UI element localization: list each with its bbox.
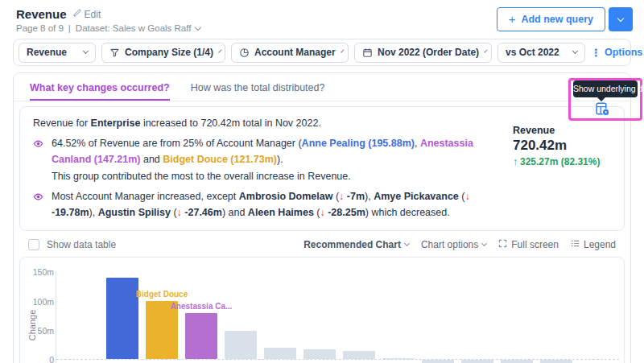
- calendar-icon: [362, 47, 373, 58]
- insight-text-block: Revenue for Enterprise increased to 720.…: [20, 107, 505, 230]
- edit-label: Edit: [85, 9, 101, 20]
- add-new-query-label: Add new query: [521, 14, 593, 25]
- chart-toolbar: Show data table Recommended Chart Chart …: [22, 234, 622, 254]
- page-indicator: Page 8 of 9: [16, 23, 64, 33]
- query-pill[interactable]: Account Manager: [231, 43, 349, 63]
- add-new-query-button[interactable]: + Add new query: [497, 7, 605, 31]
- query-pill-label: Company Size (1/4): [125, 47, 213, 58]
- page-header: Revenue Edit Page 8 of 9 | Dataset: Sale…: [0, 0, 644, 33]
- chevron-down-icon: [83, 48, 89, 54]
- show-data-table-label: Show data table: [47, 239, 116, 250]
- tab-bar: What key changes occurred? How was the t…: [14, 73, 630, 101]
- insight-bullet-text: Most Account Manager increased, except A…: [52, 188, 497, 221]
- chart-bar[interactable]: [422, 360, 454, 363]
- chart-bar[interactable]: [225, 331, 257, 359]
- insight-summary: Revenue for Enterprise increased to 720.…: [33, 115, 497, 131]
- chevron-down-icon: [481, 241, 487, 246]
- tab-key-changes[interactable]: What key changes occurred?: [30, 73, 170, 101]
- plus-icon: +: [509, 12, 516, 26]
- chevron-down-icon: [572, 48, 578, 54]
- kpi-panel: Revenue 720.42m ↑ 325.27m (82.31%): [505, 107, 624, 230]
- recommended-chart-dropdown[interactable]: Recommended Chart: [303, 239, 409, 250]
- chart-bar[interactable]: [303, 349, 336, 359]
- chart-options-dropdown[interactable]: Chart options: [421, 239, 486, 250]
- full-screen-button[interactable]: Full screen: [498, 239, 559, 250]
- page-title: Revenue: [16, 7, 67, 21]
- insight-panel: What key changes occurred? How was the t…: [13, 72, 631, 363]
- pie-icon: [239, 47, 250, 58]
- eye-icon: [33, 135, 43, 184]
- query-pill[interactable]: Revenue: [19, 43, 96, 63]
- chevron-down-icon: [195, 23, 201, 30]
- show-underlying-data-button[interactable]: [593, 102, 611, 118]
- chevron-down-icon: [484, 49, 487, 52]
- chart-bar[interactable]: [264, 348, 296, 360]
- tab-total-distributed[interactable]: How was the total distributed?: [191, 73, 325, 101]
- zero-gridline: [56, 359, 619, 360]
- chart-card: Change 150m100m50m0-50m Bidget DouceAnes…: [19, 257, 625, 363]
- kpi-change-value: 325.27m (82.31%): [520, 156, 600, 167]
- add-query-dropdown-button[interactable]: [609, 7, 633, 31]
- full-screen-icon: [498, 239, 507, 250]
- show-data-table-checkbox[interactable]: [28, 239, 39, 250]
- y-axis-tick: 0: [20, 355, 54, 363]
- kebab-menu-icon: ⋮: [591, 47, 601, 58]
- y-axis-tick: 150m: [20, 267, 54, 277]
- up-arrow-icon: ↑: [513, 156, 518, 167]
- header-left: Revenue Edit Page 8 of 9 | Dataset: Sale…: [16, 7, 200, 33]
- kpi-change: ↑ 325.27m (82.31%): [513, 156, 617, 167]
- dataset-selector[interactable]: Dataset: Sales w Goals Raff: [76, 23, 201, 33]
- pencil-icon: [72, 8, 82, 20]
- insight-bullet: 64.52% of Revenue are from 25% of Accoun…: [33, 135, 497, 184]
- insight-card: Revenue for Enterprise increased to 720.…: [19, 106, 625, 231]
- kpi-title: Revenue: [513, 125, 617, 136]
- chart-bar[interactable]: [382, 358, 415, 360]
- kpi-value: 720.42m: [513, 138, 617, 154]
- chart-bar[interactable]: [540, 360, 572, 363]
- options-label: Options: [605, 47, 642, 58]
- chart-bar[interactable]: [185, 313, 217, 359]
- query-builder-bar: RevenueCompany Size (1/4)Account Manager…: [13, 39, 631, 66]
- query-pills: RevenueCompany Size (1/4)Account Manager…: [19, 43, 585, 63]
- bar-chart-plot: Bidget DouceAnestassia Ca...: [56, 271, 619, 363]
- options-button[interactable]: ⋮ Options: [591, 47, 642, 58]
- chart-bar[interactable]: [501, 360, 533, 363]
- show-underlying-data-tooltip: Show underlying data: [573, 80, 638, 97]
- insight-bullet-text: 64.52% of Revenue are from 25% of Accoun…: [52, 135, 497, 184]
- legend-icon: [571, 239, 580, 250]
- query-pill-label: vs Oct 2022: [506, 47, 559, 58]
- header-actions: + Add new query: [497, 7, 633, 31]
- query-pill[interactable]: Company Size (1/4): [101, 43, 225, 63]
- query-pill-label: Nov 2022 (Order Date): [378, 47, 479, 58]
- chart-bar[interactable]: [343, 351, 375, 359]
- filter-icon: [109, 47, 120, 58]
- y-axis-tick: 50m: [20, 326, 54, 336]
- eye-icon: [33, 188, 43, 221]
- chart-bar[interactable]: [461, 360, 493, 363]
- underlying-data-table-icon: [595, 101, 610, 119]
- chevron-down-icon: [404, 241, 410, 246]
- query-pill-label: Revenue: [27, 47, 67, 58]
- analytics-dashboard: Revenue Edit Page 8 of 9 | Dataset: Sale…: [0, 0, 644, 363]
- query-pill[interactable]: vs Oct 2022: [497, 43, 585, 63]
- chevron-down-icon: [341, 49, 344, 52]
- bar-label: Bidget Douce: [136, 290, 188, 299]
- query-pill[interactable]: Nov 2022 (Order Date): [354, 43, 492, 63]
- dataset-label: Dataset: Sales w Goals Raff: [76, 23, 192, 33]
- query-pill-label: Account Manager: [254, 47, 336, 58]
- y-axis-tick: 100m: [20, 297, 54, 307]
- chevron-down-icon: [617, 15, 624, 22]
- edit-button[interactable]: Edit: [72, 8, 101, 20]
- separator: |: [68, 23, 71, 33]
- insight-bullet: Most Account Manager increased, except A…: [33, 188, 497, 221]
- chart-bar[interactable]: [106, 278, 138, 360]
- legend-toggle-button[interactable]: Legend: [571, 239, 616, 250]
- bar-label: Anestassia Ca...: [171, 302, 233, 311]
- chevron-down-icon: [218, 49, 221, 52]
